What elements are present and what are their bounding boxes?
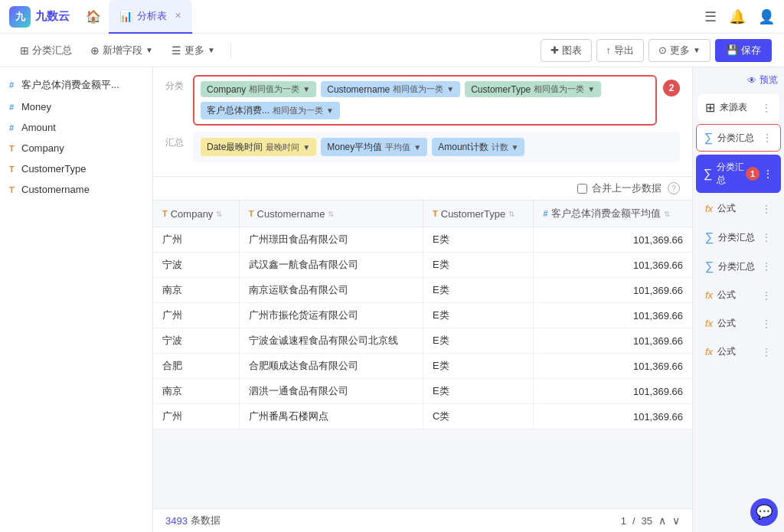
merge-checkbox[interactable] [577, 184, 587, 194]
formula2-more-btn[interactable]: ⋮ [761, 289, 772, 302]
col-customertype[interactable]: T CustomerType ⇅ [423, 201, 534, 227]
right-item-formula4[interactable]: fx 公式 ⋮ [697, 339, 779, 364]
field-name: Company [21, 142, 64, 154]
chevron-down-icon: ▼ [145, 46, 153, 54]
right-item-source[interactable]: ⊞ 来源表 ⋮ [697, 94, 779, 121]
left-field-panel: # 客户总体消费金额平... # Money # Amount T Compan… [0, 67, 153, 532]
help-icon[interactable]: ? [668, 182, 680, 194]
formula3-more-btn[interactable]: ⋮ [761, 318, 772, 330]
bell-icon[interactable]: 🔔 [729, 8, 746, 25]
chip-customername[interactable]: Customername 相同值为一类 ▼ [321, 81, 460, 97]
table-cell: 101,369.66 [534, 253, 692, 278]
chip-amount-count-text: Amount计数 [438, 141, 488, 154]
classify-active-icon: ∑ [704, 167, 712, 181]
chart-label: 图表 [562, 44, 582, 57]
total-pages: 35 [642, 515, 652, 527]
chip-company-arrow[interactable]: ▼ [302, 85, 310, 93]
classify-row-label: 分类 [165, 80, 187, 93]
chip-customer-total-arrow[interactable]: ▼ [326, 106, 334, 115]
right-item-formula1[interactable]: fx 公式 ⋮ [697, 196, 779, 221]
tab-close-btn[interactable]: ✕ [175, 11, 181, 21]
classify-summary-btn[interactable]: ⊞ 分类汇总 [12, 40, 80, 61]
home-icon[interactable]: 🏠 [81, 5, 106, 29]
chip-money-avg-arrow[interactable]: ▼ [413, 143, 421, 152]
chip-company[interactable]: Company 相同值为一类 ▼ [201, 81, 316, 97]
formula1-more-btn[interactable]: ⋮ [761, 203, 772, 215]
right-item-formula3[interactable]: fx 公式 ⋮ [697, 311, 779, 336]
export-btn[interactable]: ↑ 导出 [596, 39, 645, 62]
col-customer-avg[interactable]: # 客户总体消费金额平均值 ⇅ [534, 201, 692, 227]
classify-label: 分类汇总 [32, 44, 72, 57]
sort-icon[interactable]: ⇅ [328, 210, 334, 218]
right-item-formula2[interactable]: fx 公式 ⋮ [697, 282, 779, 308]
add-field-btn[interactable]: ⊕ 新增字段 ▼ [83, 40, 161, 61]
formula4-more-btn[interactable]: ⋮ [761, 346, 772, 358]
chip-money-avg[interactable]: Money平均值 平均值 ▼ [321, 138, 427, 156]
more2-btn[interactable]: ⊙ 更多 ▼ [648, 39, 710, 62]
sort-icon[interactable]: ⇅ [664, 210, 670, 218]
chip-customertype-arrow[interactable]: ▼ [587, 85, 595, 93]
chip-date-tag: 最晚时间 [266, 142, 299, 153]
col-type-icon: T [433, 209, 438, 218]
more1-icon: ☰ [172, 44, 181, 57]
classify2-more-btn[interactable]: ⋮ [761, 231, 772, 243]
source-more-btn[interactable]: ⋮ [761, 102, 772, 114]
record-count-label: 条数据 [191, 514, 220, 527]
chip-customername-arrow[interactable]: ▼ [446, 85, 454, 93]
field-item-company[interactable]: T Company [0, 138, 152, 158]
chip-customer-total[interactable]: 客户总体消费... 相同值为一类 ▼ [201, 102, 340, 119]
field-item-money[interactable]: # Money [0, 96, 152, 117]
field-item-customertype[interactable]: T CustomerType [0, 158, 152, 179]
field-item-customername[interactable]: T Customername [0, 179, 152, 200]
menu-icon[interactable]: ☰ [704, 8, 717, 25]
user-icon[interactable]: 👤 [758, 8, 775, 25]
save-icon: 💾 [726, 44, 738, 56]
col-customername[interactable]: T Customername ⇅ [239, 201, 423, 227]
merge-checkbox-label[interactable]: 合并上一步数据 [577, 181, 662, 195]
active-right: 1 ⋮ [746, 167, 773, 181]
chip-customertype-text: CustomerType [471, 84, 531, 95]
more1-btn[interactable]: ☰ 更多 ▼ [164, 40, 223, 61]
field-item-amount[interactable]: # Amount [0, 117, 152, 138]
source-table-icon: ⊞ [705, 100, 715, 115]
chip-amount-count[interactable]: Amount计数 计数 ▼ [432, 138, 524, 156]
right-item-classify-active[interactable]: ∑ 分类汇总 1 ⋮ [696, 155, 781, 193]
classify2-icon: ∑ [705, 230, 714, 244]
right-item-classify3[interactable]: ∑ 分类汇总 ⋮ [697, 253, 779, 279]
chip-customertype[interactable]: CustomerType 相同值为一类 ▼ [465, 81, 601, 97]
page-down-btn[interactable]: ∨ [672, 514, 680, 527]
right-item-classify2[interactable]: ∑ 分类汇总 ⋮ [697, 224, 779, 250]
chip-date[interactable]: Date最晚时间 最晚时间 ▼ [201, 138, 316, 156]
classify-active-more-btn[interactable]: ⋮ [763, 168, 773, 180]
page-up-btn[interactable]: ∧ [658, 514, 666, 527]
sort-icon[interactable]: ⇅ [216, 210, 222, 218]
active-badge: 1 [746, 167, 760, 181]
field-type-icon: # [9, 123, 17, 132]
field-item-customer-total[interactable]: # 客户总体消费金额平... [0, 73, 152, 96]
chart-btn[interactable]: ✚ 图表 [541, 39, 592, 62]
classify3-more-btn[interactable]: ⋮ [761, 260, 772, 273]
col-company[interactable]: T Company ⇅ [153, 201, 239, 227]
merge-label: 合并上一步数据 [592, 181, 662, 195]
table-cell: 宁波 [153, 328, 239, 354]
save-btn[interactable]: 💾 保存 [715, 39, 772, 62]
classify3-label: 分类汇总 [718, 260, 755, 273]
table-cell: 南京运联食品有限公司 [239, 278, 423, 303]
chip-amount-count-arrow[interactable]: ▼ [511, 143, 519, 152]
preview-icon: 👁 [747, 75, 756, 86]
panel-top: 👁 预览 [693, 67, 784, 93]
right-item-classify-bordered[interactable]: ∑ 分类汇总 ⋮ [696, 124, 781, 152]
tab-icon: 📊 [119, 10, 132, 22]
main-tab[interactable]: 📊 分析表 ✕ [109, 0, 192, 34]
table-cell: 泗洪一通食品有限公司 [239, 379, 423, 404]
right-item-source-left: ⊞ 来源表 [705, 100, 747, 115]
classify-bordered-more-btn[interactable]: ⋮ [762, 132, 773, 144]
table-cell: E类 [423, 379, 534, 404]
preview-btn[interactable]: 👁 预览 [747, 73, 778, 86]
table-cell: E类 [423, 278, 534, 303]
chat-bubble-btn[interactable]: 💬 [750, 498, 778, 526]
sort-icon[interactable]: ⇅ [508, 210, 514, 218]
chip-customername-tag: 相同值为一类 [393, 83, 443, 95]
chip-date-arrow[interactable]: ▼ [302, 143, 310, 152]
formula3-icon: fx [705, 318, 713, 329]
